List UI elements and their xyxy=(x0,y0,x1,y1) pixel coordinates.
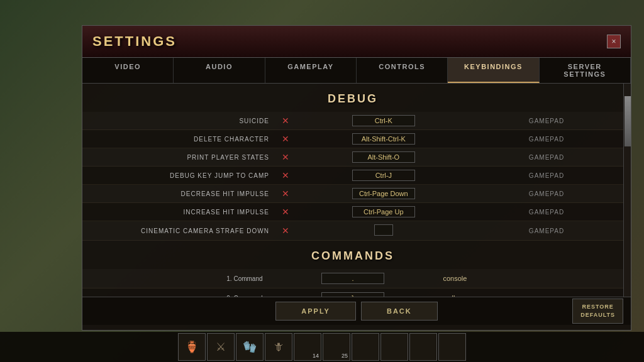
tab-video[interactable]: VIDEO xyxy=(82,58,174,83)
hotbar-slot-2[interactable]: ⚔ xyxy=(207,333,235,361)
command-row-1: 1. Command . console xyxy=(82,269,623,288)
hotbar-slot-3[interactable]: 🧤 xyxy=(236,333,264,361)
hotbar-count-6: 25 xyxy=(341,353,348,359)
close-button[interactable]: × xyxy=(607,35,621,48)
clear-icon: ✕ xyxy=(282,170,289,180)
tab-server-settings[interactable]: SERVER SETTINGS xyxy=(540,58,631,83)
cmd-key-2[interactable]: } xyxy=(269,288,437,297)
commands-table: 1. Command . console 2. Command } walk 3… xyxy=(82,269,623,297)
content-area: DEBUG SUICIDE ✕ Ctrl-K GAMEPAD DELETE CH… xyxy=(82,84,631,297)
key-box: Alt-Shift-O xyxy=(352,151,415,163)
hotbar-slot-7[interactable] xyxy=(352,333,379,361)
key-box: Ctrl-J xyxy=(352,170,415,181)
cmd-key-box: } xyxy=(321,292,384,297)
key-box: Ctrl-K xyxy=(352,115,415,126)
clear-icon: ✕ xyxy=(282,226,289,236)
tab-bar: VIDEO AUDIO GAMEPLAY CONTROLS KEYBINDING… xyxy=(82,58,631,84)
cmd-key-box: . xyxy=(321,273,384,284)
settings-title: SETTINGS xyxy=(92,33,177,50)
gamepad-jump-to-camp: GAMEPAD xyxy=(470,167,623,185)
hotbar-slot-1[interactable]: 🏺 xyxy=(178,333,206,361)
action-delete-char: DELETE CHARACTER xyxy=(82,130,274,148)
gamepad-suicide: GAMEPAD xyxy=(470,112,623,130)
hotbar-slot-6[interactable]: 25 xyxy=(323,333,350,361)
action-increase-impulse: INCREASE HIT IMPULSE xyxy=(82,203,274,221)
keybind-row-jump-to-camp: DEBUG KEY JUMP TO CAMP ✕ Ctrl-J GAMEPAD xyxy=(82,167,623,185)
clear-increase-impulse[interactable]: ✕ xyxy=(274,203,297,221)
main-panel: DEBUG SUICIDE ✕ Ctrl-K GAMEPAD DELETE CH… xyxy=(82,84,623,297)
hotbar-slot-10[interactable] xyxy=(438,333,466,361)
slot-icon-1: 🏺 xyxy=(185,340,199,354)
scrollbar-track[interactable] xyxy=(623,84,631,297)
clear-suicide[interactable]: ✕ xyxy=(274,112,297,130)
key-increase-impulse[interactable]: Ctrl-Page Up xyxy=(297,203,470,221)
key-decrease-impulse[interactable]: Ctrl-Page Down xyxy=(297,185,470,203)
cmd-key-1[interactable]: . xyxy=(269,269,437,288)
tab-gameplay[interactable]: GAMEPLAY xyxy=(265,58,357,83)
empty-key-box xyxy=(374,224,393,236)
clear-icon: ✕ xyxy=(282,189,289,199)
keybind-row-print-states: PRINT PLAYER STATES ✕ Alt-Shift-O GAMEPA… xyxy=(82,148,623,167)
hotbar-count-5: 14 xyxy=(313,353,319,359)
clear-jump-to-camp[interactable]: ✕ xyxy=(274,167,297,185)
clear-decrease-impulse[interactable]: ✕ xyxy=(274,185,297,203)
clear-cinematic-strafe[interactable]: ✕ xyxy=(274,221,297,241)
slot-icon-4: 🗡 xyxy=(273,341,284,354)
gamepad-cinematic-strafe: GAMEPAD xyxy=(470,221,623,241)
command-row-2: 2. Command } walk xyxy=(82,288,623,297)
debug-table: SUICIDE ✕ Ctrl-K GAMEPAD DELETE CHARACTE… xyxy=(82,112,623,241)
hotbar-slot-4[interactable]: 🗡 xyxy=(265,333,292,361)
tab-keybindings[interactable]: KEYBINDINGS xyxy=(448,58,539,83)
clear-icon: ✕ xyxy=(282,134,289,144)
keybind-row-increase-impulse: INCREASE HIT IMPULSE ✕ Ctrl-Page Up GAME… xyxy=(82,203,623,221)
action-jump-to-camp: DEBUG KEY JUMP TO CAMP xyxy=(82,167,274,185)
key-suicide[interactable]: Ctrl-K xyxy=(297,112,470,130)
cmd-name-2: 2. Command xyxy=(82,288,269,297)
restore-defaults-button[interactable]: RESTORE DEFAULTS xyxy=(572,299,623,323)
key-delete-char[interactable]: Alt-Shift-Ctrl-K xyxy=(297,130,470,148)
gamepad-increase-impulse: GAMEPAD xyxy=(470,203,623,221)
tab-audio[interactable]: AUDIO xyxy=(174,58,265,83)
slot-icon-2: ⚔ xyxy=(216,340,226,354)
commands-section-header: COMMANDS xyxy=(82,241,623,269)
slot-icon-3: 🧤 xyxy=(243,340,257,354)
key-print-states[interactable]: Alt-Shift-O xyxy=(297,148,470,167)
tab-controls[interactable]: CONTROLS xyxy=(357,58,448,83)
gamepad-decrease-impulse: GAMEPAD xyxy=(470,185,623,203)
keybind-row-decrease-impulse: DECREASE HIT IMPULSE ✕ Ctrl-Page Down GA… xyxy=(82,185,623,203)
hotbar: 🏺 ⚔ 🧤 🗡 14 25 xyxy=(0,332,644,362)
clear-print-states[interactable]: ✕ xyxy=(274,148,297,167)
keybind-row-delete-char: DELETE CHARACTER ✕ Alt-Shift-Ctrl-K GAME… xyxy=(82,130,623,148)
gamepad-delete-char: GAMEPAD xyxy=(470,130,623,148)
clear-delete-char[interactable]: ✕ xyxy=(274,130,297,148)
settings-window: SETTINGS × VIDEO AUDIO GAMEPLAY CONTROLS… xyxy=(82,25,631,331)
title-bar: SETTINGS × xyxy=(82,26,631,58)
hotbar-slot-9[interactable] xyxy=(409,333,437,361)
clear-icon: ✕ xyxy=(282,116,289,126)
keybind-row-suicide: SUICIDE ✕ Ctrl-K GAMEPAD xyxy=(82,112,623,130)
back-button[interactable]: BACK xyxy=(361,302,438,321)
action-cinematic-strafe: CINEMATIC CAMERA STRAFE DOWN xyxy=(82,221,274,241)
key-jump-to-camp[interactable]: Ctrl-J xyxy=(297,167,470,185)
clear-icon: ✕ xyxy=(282,207,289,217)
hotbar-slot-5[interactable]: 14 xyxy=(294,333,321,361)
key-cinematic-strafe[interactable] xyxy=(297,221,470,241)
action-suicide: SUICIDE xyxy=(82,112,274,130)
cmd-name-1: 1. Command xyxy=(82,269,269,288)
clear-icon: ✕ xyxy=(282,152,289,162)
debug-section-header: DEBUG xyxy=(82,84,623,112)
cmd-value-2: walk xyxy=(436,288,623,297)
bottom-bar: APPLY BACK RESTORE DEFAULTS xyxy=(82,297,631,325)
action-print-states: PRINT PLAYER STATES xyxy=(82,148,274,167)
cmd-value-1: console xyxy=(436,269,623,288)
hotbar-slot-8[interactable] xyxy=(380,333,408,361)
apply-button[interactable]: APPLY xyxy=(275,302,356,321)
keybind-row-cinematic-strafe: CINEMATIC CAMERA STRAFE DOWN ✕ GAMEPAD xyxy=(82,221,623,241)
key-box: Ctrl-Page Up xyxy=(352,206,415,217)
action-decrease-impulse: DECREASE HIT IMPULSE xyxy=(82,185,274,203)
scrollbar-thumb[interactable] xyxy=(625,96,631,146)
key-box: Alt-Shift-Ctrl-K xyxy=(352,133,415,145)
key-box: Ctrl-Page Down xyxy=(352,188,415,199)
gamepad-print-states: GAMEPAD xyxy=(470,148,623,167)
